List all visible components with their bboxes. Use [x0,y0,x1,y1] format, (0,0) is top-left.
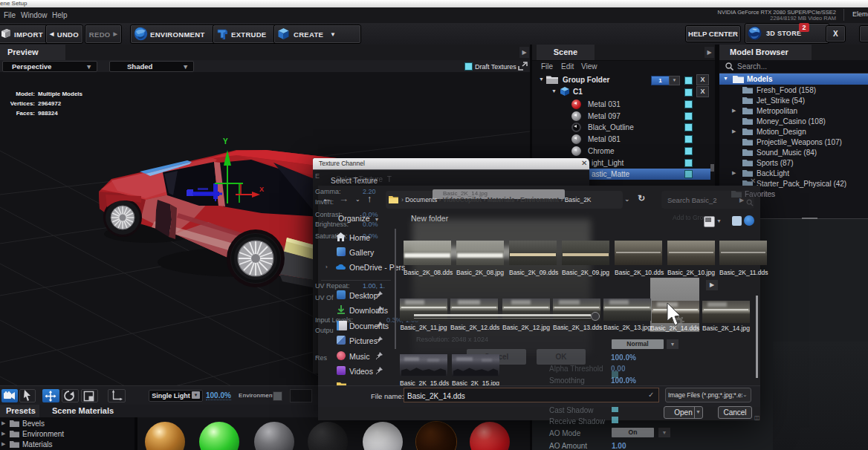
svg-text:Y: Y [223,137,228,146]
svg-text:X: X [259,186,264,193]
